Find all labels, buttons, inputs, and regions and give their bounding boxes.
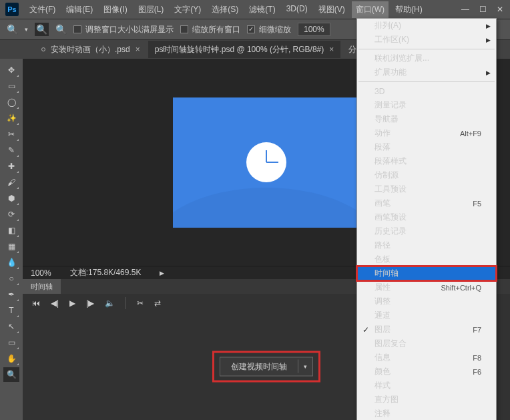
brush-tool-icon[interactable]: 🖌 — [3, 175, 19, 190]
menu-item-画笔预设[interactable]: 画笔预设 — [357, 210, 496, 224]
menu-window[interactable]: 窗口(W) — [352, 1, 389, 18]
create-button-label: 创建视频时间轴 — [220, 357, 298, 375]
clock-minute-hand — [266, 150, 267, 162]
menu-item-颜色[interactable]: 颜色F6 — [357, 365, 496, 379]
crop-tool-icon[interactable]: ✂ — [3, 127, 19, 142]
next-frame-icon[interactable]: |▶ — [86, 298, 94, 308]
create-video-timeline-button[interactable]: 创建视频时间轴 ▾ — [220, 357, 313, 376]
dodge-tool-icon[interactable]: ○ — [3, 271, 19, 286]
menu-filter[interactable]: 滤镜(T) — [245, 1, 279, 18]
zoom-level[interactable]: 100% — [31, 268, 51, 278]
prev-frame-icon[interactable]: ◀| — [51, 298, 59, 308]
menu-item-段落样式[interactable]: 段落样式 — [357, 154, 496, 168]
menu-browse-extensions[interactable]: 联机浏览扩展... — [357, 51, 496, 65]
menu-item-画笔[interactable]: 画笔F5 — [357, 196, 496, 210]
minimize-button[interactable]: — — [461, 5, 470, 14]
fit-window-checkbox[interactable] — [73, 25, 81, 33]
menu-workspace[interactable]: 工作区(K)▶ — [357, 33, 496, 47]
doc-tab-label: ps时间轴旋转时钟.psd @ 100% (分针, RGB/8#) — [155, 44, 324, 55]
wand-tool-icon[interactable]: ✨ — [3, 111, 19, 126]
menu-item-图层复合[interactable]: 图层复合 — [357, 337, 496, 351]
type-tool-icon[interactable]: T — [3, 303, 19, 318]
menu-item-色板[interactable]: 色板 — [357, 252, 496, 266]
document-tab-active[interactable]: ps时间轴旋转时钟.psd @ 100% (分针, RGB/8#) × — [148, 41, 341, 58]
goto-first-icon[interactable]: ⏮ — [32, 298, 40, 308]
menu-item-历史记录[interactable]: 历史记录 — [357, 224, 496, 238]
menu-item-测量记录[interactable]: 测量记录 — [357, 98, 496, 112]
document-canvas[interactable] — [173, 97, 360, 228]
zoom-100-button[interactable]: 100% — [298, 23, 330, 36]
eraser-tool-icon[interactable]: ◧ — [3, 223, 19, 238]
status-arrow-icon[interactable]: ▶ — [160, 270, 164, 276]
app-logo: Ps — [5, 3, 19, 16]
zoom-tool-icon[interactable]: 🔍 — [7, 24, 18, 35]
menu-image[interactable]: 图像(I) — [99, 1, 131, 18]
mute-icon[interactable]: 🔈 — [105, 298, 115, 308]
zoom-in-icon[interactable]: 🔍 — [35, 23, 49, 36]
menu-item-图层[interactable]: ✓图层F7 — [357, 323, 496, 337]
maximize-button[interactable]: ☐ — [478, 5, 487, 14]
menu-edit[interactable]: 编辑(E) — [62, 1, 97, 18]
menu-item-直方图[interactable]: 直方图 — [357, 393, 496, 407]
opt-fit-window[interactable]: 调整窗口大小以满屏显示 — [73, 24, 174, 35]
scrubby-checkbox[interactable] — [247, 25, 255, 33]
menu-arrange[interactable]: 排列(A)▶ — [357, 19, 496, 33]
menu-type[interactable]: 文字(Y) — [170, 1, 205, 18]
menu-item-动作[interactable]: 动作Alt+F9 — [357, 126, 496, 140]
timeline-panel-tab[interactable]: 时间轴 — [23, 279, 61, 294]
path-tool-icon[interactable]: ↖ — [3, 319, 19, 334]
chevron-down-icon[interactable]: ▾ — [298, 360, 312, 373]
gradient-tool-icon[interactable]: ▦ — [3, 239, 19, 254]
menu-item-段落[interactable]: 段落 — [357, 140, 496, 154]
menu-item-属性[interactable]: 属性Shift+Ctrl+Q — [357, 280, 496, 294]
healing-tool-icon[interactable]: ✚ — [3, 159, 19, 174]
close-tab-icon[interactable]: × — [136, 45, 140, 54]
menu-item-通道[interactable]: 通道 — [357, 308, 496, 323]
opt-zoom-all[interactable]: 缩放所有窗口 — [180, 24, 240, 35]
transition-icon[interactable]: ⇄ — [154, 298, 161, 308]
menu-select[interactable]: 选择(S) — [208, 1, 242, 18]
menu-item-label: 画笔 — [374, 198, 391, 209]
menu-item-工具预设[interactable]: 工具预设 — [357, 182, 496, 196]
eyedropper-tool-icon[interactable]: ✎ — [3, 143, 19, 158]
tool-preset-dropdown[interactable]: ▾ — [25, 26, 28, 33]
close-tab-icon[interactable]: × — [329, 45, 334, 54]
menu-item-信息[interactable]: 信息F8 — [357, 351, 496, 365]
zoom-all-checkbox[interactable] — [180, 25, 188, 33]
split-icon[interactable]: ✂ — [137, 298, 144, 308]
history-brush-icon[interactable]: ⟳ — [3, 207, 19, 222]
doc-size[interactable]: 文档:175.8K/469.5K — [70, 267, 142, 278]
menu-item-样式[interactable]: 样式 — [357, 379, 496, 393]
menu-item-导航器[interactable]: 导航器 — [357, 112, 496, 126]
marquee-tool-icon[interactable]: ▭ — [3, 79, 19, 93]
stamp-tool-icon[interactable]: ⬢ — [3, 191, 19, 206]
document-tab[interactable]: 安装时动画（小）.psd × — [35, 41, 147, 58]
menu-3d[interactable]: 3D(D) — [282, 1, 312, 18]
shape-tool-icon[interactable]: ▭ — [3, 335, 19, 350]
menu-extensions[interactable]: 扩展功能▶ — [357, 65, 496, 79]
zoom-out-icon[interactable]: 🔍 — [55, 24, 67, 35]
zoom-tool-icon[interactable]: 🔍 — [3, 367, 19, 382]
menu-help[interactable]: 帮助(H) — [391, 1, 427, 18]
doc-status-icon — [41, 47, 45, 51]
close-button[interactable]: ✕ — [495, 5, 505, 14]
menu-item-路径[interactable]: 路径 — [357, 238, 496, 252]
menu-item-注释[interactable]: 注释 — [357, 407, 496, 420]
menu-item-时间轴[interactable]: 时间轴 — [357, 266, 496, 280]
play-icon[interactable]: ▶ — [69, 298, 75, 308]
menu-item-仿制源[interactable]: 仿制源 — [357, 168, 496, 182]
menu-item-label: 通道 — [374, 310, 391, 321]
opt-scrubby[interactable]: 细微缩放 — [247, 24, 291, 35]
blur-tool-icon[interactable]: 💧 — [3, 255, 19, 270]
pen-tool-icon[interactable]: ✒ — [3, 287, 19, 302]
menu-item-3D[interactable]: 3D — [357, 84, 496, 98]
menu-item-调整[interactable]: 调整 — [357, 294, 496, 308]
menu-view[interactable]: 视图(V) — [314, 1, 349, 18]
menu-file[interactable]: 文件(F) — [25, 1, 59, 18]
menu-item-label: 图层 — [374, 324, 391, 335]
hand-tool-icon[interactable]: ✋ — [3, 351, 19, 366]
move-tool-icon[interactable]: ✥ — [3, 63, 19, 77]
lasso-tool-icon[interactable]: ◯ — [3, 95, 19, 110]
menu-layer[interactable]: 图层(L) — [134, 1, 168, 18]
menu-item-label: 段落样式 — [374, 156, 407, 167]
